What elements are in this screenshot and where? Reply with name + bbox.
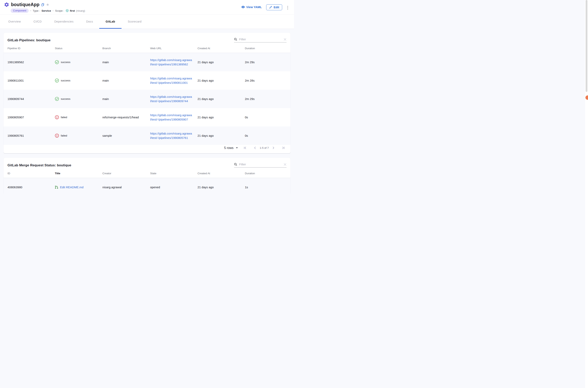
entity-tabs: Overview CI/CD Dependencies Docs GitLab … xyxy=(0,14,294,29)
pipeline-id-cell: 1990811001 xyxy=(7,79,55,82)
mr-state-cell: opened xyxy=(150,186,197,189)
table-row: 1990811001 success main https://gitlab.c… xyxy=(3,71,290,90)
pipeline-id-cell: 1990805907 xyxy=(7,116,55,119)
entity-header-actions: View YAML Edit xyxy=(241,2,289,14)
branch-cell: refs/merge-requests/1/head xyxy=(102,116,150,119)
duration-cell: 2m 29s xyxy=(245,97,286,100)
clear-filter-icon[interactable] xyxy=(283,38,286,41)
column-header-state[interactable]: State xyxy=(150,172,197,175)
check-circle-icon xyxy=(55,60,59,64)
status-label: failed xyxy=(61,134,67,137)
dot-separator: • xyxy=(53,9,54,12)
pipelines-card: GitLab Pipelines: boutique Pipeline ID S… xyxy=(3,33,290,153)
tab-scorecard[interactable]: Scorecard xyxy=(122,14,148,29)
mr-title-cell: Edit README.md xyxy=(55,186,102,189)
copy-icon[interactable] xyxy=(41,3,44,6)
type-value: Service xyxy=(42,9,51,12)
tab-docs[interactable]: Docs xyxy=(80,14,99,29)
status-cell: failed xyxy=(55,115,102,119)
check-circle-icon xyxy=(55,97,59,101)
pipeline-link[interactable]: https://gitlab.com/nisarg.agrawal/test/-… xyxy=(150,58,193,67)
chevron-down-icon xyxy=(236,147,238,148)
pipeline-id-cell: 1991389562 xyxy=(7,60,55,64)
column-header-title[interactable]: Title xyxy=(55,172,102,175)
entity-header: boutiqueApp ★ Component • Type : Service… xyxy=(0,0,294,14)
rows-per-page-select[interactable]: 5 rows xyxy=(224,146,238,150)
created-at-cell: 21 days ago xyxy=(197,79,245,82)
git-merge-request-icon xyxy=(55,186,58,189)
column-header-pipeline-id[interactable]: Pipeline ID xyxy=(7,47,55,50)
last-page-icon[interactable] xyxy=(281,145,286,150)
web-url-cell: https://gitlab.com/nisarg.agrawal/test/-… xyxy=(150,113,197,122)
status-cell: failed xyxy=(55,134,102,138)
table-row: 408063980 Edit README.md nisarg.agrawal … xyxy=(3,178,290,194)
column-header-creator[interactable]: Creator xyxy=(102,172,150,175)
scope-label: Scope : xyxy=(55,9,64,12)
web-url-cell: https://gitlab.com/nisarg.agrawal/test/-… xyxy=(150,76,197,85)
column-header-created-at[interactable]: Created At xyxy=(197,47,245,50)
pipeline-id-cell: 1990805761 xyxy=(7,134,55,137)
star-icon[interactable]: ★ xyxy=(46,3,49,6)
previous-page-icon[interactable] xyxy=(252,145,258,150)
column-header-created-at[interactable]: Created At xyxy=(197,172,245,175)
column-header-duration[interactable]: Duration xyxy=(245,172,286,175)
pencil-icon xyxy=(269,6,272,9)
rows-per-page-value: 5 rows xyxy=(224,146,233,150)
tab-overview[interactable]: Overview xyxy=(2,14,27,29)
more-options-icon[interactable] xyxy=(286,4,289,11)
scope-namespace: (nisarg) xyxy=(76,9,85,12)
next-page-icon[interactable] xyxy=(271,145,276,150)
pipeline-link[interactable]: https://gitlab.com/nisarg.agrawal/test/-… xyxy=(150,95,193,103)
pipeline-link[interactable]: https://gitlab.com/nisarg.agrawal/test/-… xyxy=(150,113,193,122)
column-header-status[interactable]: Status xyxy=(55,47,102,50)
duration-cell: 0s xyxy=(245,116,286,119)
package-cube-icon xyxy=(66,9,69,12)
type-label: Type : xyxy=(33,9,40,12)
eye-icon xyxy=(241,6,245,8)
created-at-cell: 21 days ago xyxy=(197,60,245,64)
pipelines-pagination: 5 rows 1-5 of 7 xyxy=(3,145,290,153)
merge-requests-filter xyxy=(234,163,286,168)
tab-gitlab[interactable]: GitLab xyxy=(99,14,121,29)
created-at-cell: 21 days ago xyxy=(197,97,245,100)
dot-separator: • xyxy=(30,9,31,12)
tab-dependencies[interactable]: Dependencies xyxy=(48,14,80,29)
view-yaml-button[interactable]: View YAML xyxy=(241,4,262,9)
status-cell: success xyxy=(55,97,102,101)
merge-requests-card-title: GitLab Merge Request Status: boutique xyxy=(7,163,71,167)
mr-creator-cell: nisarg.agrawal xyxy=(102,186,150,189)
column-header-web-url[interactable]: Web URL xyxy=(150,47,197,50)
table-row: 1991389562 success main https://gitlab.c… xyxy=(3,53,290,71)
web-url-cell: https://gitlab.com/nisarg.agrawal/test/-… xyxy=(150,95,197,103)
first-page-icon[interactable] xyxy=(242,145,248,150)
scope-value[interactable]: first xyxy=(70,9,75,12)
table-row: 1990805907 failed refs/merge-requests/1/… xyxy=(3,108,290,126)
clear-filter-icon[interactable] xyxy=(283,163,286,166)
status-label: failed xyxy=(61,116,67,119)
error-circle-icon xyxy=(55,134,59,138)
edit-button-label: Edit xyxy=(274,5,279,9)
merge-requests-table-header: ID Title Creator State Created At Durati… xyxy=(3,168,290,178)
branch-cell: sample xyxy=(102,134,150,137)
entity-header-left: boutiqueApp ★ Component • Type : Service… xyxy=(4,2,85,14)
pipeline-link[interactable]: https://gitlab.com/nisarg.agrawal/test/-… xyxy=(150,76,193,85)
duration-cell: 2m 28s xyxy=(245,79,286,82)
duration-cell: 0s xyxy=(245,134,286,137)
tab-ci-cd[interactable]: CI/CD xyxy=(27,14,48,29)
status-cell: success xyxy=(55,78,102,83)
edit-button[interactable]: Edit xyxy=(266,4,282,10)
pipeline-link[interactable]: https://gitlab.com/nisarg.agrawal/test/-… xyxy=(150,131,193,140)
pipelines-filter-input[interactable] xyxy=(239,38,283,41)
view-yaml-label: View YAML xyxy=(246,5,262,9)
pipelines-table-header: Pipeline ID Status Branch Web URL Create… xyxy=(3,43,290,53)
mr-id-cell: 408063980 xyxy=(7,186,55,189)
merge-requests-card: GitLab Merge Request Status: boutique ID… xyxy=(3,158,290,194)
search-icon xyxy=(234,38,237,41)
column-header-duration[interactable]: Duration xyxy=(245,47,286,50)
merge-requests-filter-input[interactable] xyxy=(239,163,283,166)
status-label: success xyxy=(61,97,70,100)
pagination-range: 1-5 of 7 xyxy=(260,146,269,149)
column-header-branch[interactable]: Branch xyxy=(102,47,150,50)
merge-request-link[interactable]: Edit README.md xyxy=(60,186,84,189)
column-header-id[interactable]: ID xyxy=(7,172,55,175)
